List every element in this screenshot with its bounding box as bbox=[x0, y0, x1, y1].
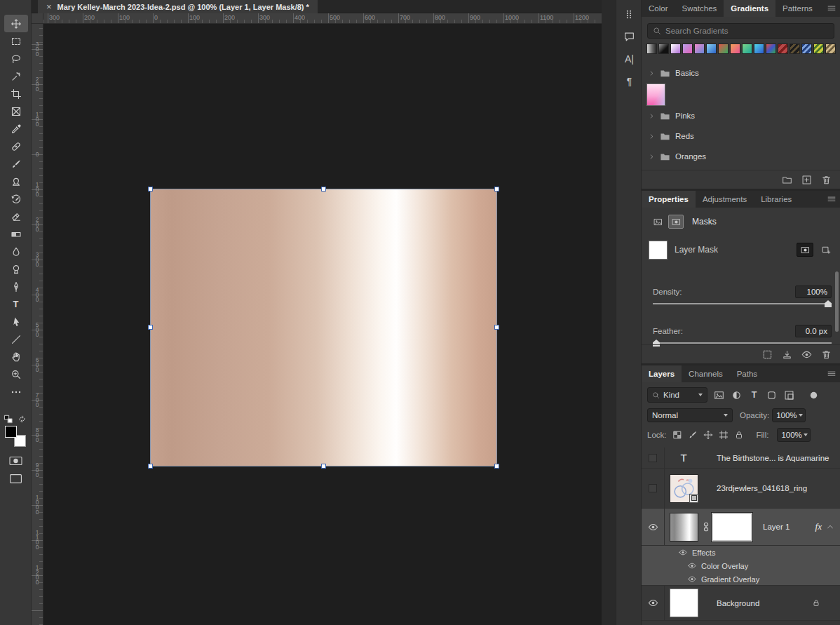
tab-paths[interactable]: Paths bbox=[730, 365, 764, 382]
visibility-cell[interactable] bbox=[642, 509, 665, 545]
gradient-folder-oranges[interactable]: Oranges bbox=[642, 147, 840, 166]
gradient-swatch-red-green[interactable] bbox=[718, 43, 729, 54]
hand-tool[interactable] bbox=[4, 348, 28, 365]
filter-shape-layers-icon[interactable] bbox=[766, 389, 778, 401]
feather-value[interactable]: 0.0 px bbox=[795, 325, 832, 337]
gradient-tool[interactable] bbox=[4, 225, 28, 243]
gradient-swatch-violet-pink[interactable] bbox=[682, 43, 693, 54]
gradient-swatch-green-teal[interactable] bbox=[742, 43, 752, 54]
collapsed-panel-icon[interactable] bbox=[616, 3, 642, 25]
healing-brush-tool[interactable] bbox=[4, 137, 28, 155]
visibility-eye-icon[interactable] bbox=[679, 549, 687, 556]
transform-handle-ne[interactable] bbox=[494, 187, 499, 191]
layer-row-text[interactable]: T The Birthstone... is Aquamarine bbox=[642, 448, 840, 469]
gradient-swatch-cyan-blue[interactable] bbox=[754, 43, 764, 54]
delete-icon[interactable] bbox=[821, 175, 832, 185]
visibility-checkbox-empty[interactable] bbox=[649, 484, 657, 492]
gradient-search-field[interactable] bbox=[647, 23, 834, 39]
path-selection-tool[interactable] bbox=[4, 313, 28, 330]
pen-tool[interactable] bbox=[4, 278, 28, 295]
layer-thumbnail[interactable] bbox=[670, 513, 698, 542]
document-tab[interactable]: × Mary Kelley-March 2023-Idea-2.psd @ 10… bbox=[38, 0, 318, 13]
tab-libraries[interactable]: Libraries bbox=[754, 191, 799, 208]
line-tool[interactable] bbox=[4, 330, 28, 348]
density-slider-track[interactable] bbox=[653, 303, 832, 304]
density-value[interactable]: 100% bbox=[795, 285, 832, 298]
type-tool[interactable]: T bbox=[4, 295, 28, 313]
search-input[interactable] bbox=[665, 27, 829, 35]
toggle-mask-eye-icon[interactable] bbox=[801, 349, 812, 360]
gradient-folder-pinks[interactable]: Pinks bbox=[642, 106, 840, 126]
gradient-swatch-black-diagonal[interactable] bbox=[658, 43, 669, 54]
history-brush-tool[interactable] bbox=[4, 190, 28, 208]
tab-swatches[interactable]: Swatches bbox=[675, 0, 724, 17]
foreground-color-swatch[interactable] bbox=[5, 426, 17, 438]
transform-handle-w[interactable] bbox=[148, 325, 153, 330]
clone-stamp-tool[interactable] bbox=[4, 173, 28, 190]
blend-mode-dropdown[interactable]: Normal bbox=[647, 408, 733, 422]
lock-image-icon[interactable] bbox=[688, 430, 698, 440]
filter-smart-objects-icon[interactable] bbox=[783, 389, 795, 401]
transform-handle-nw[interactable] bbox=[148, 187, 153, 191]
visibility-cell[interactable] bbox=[642, 469, 665, 508]
tab-color[interactable]: Color bbox=[642, 0, 675, 17]
gradient-swatch-orange-pink[interactable] bbox=[730, 43, 740, 54]
density-slider-thumb[interactable] bbox=[825, 300, 832, 307]
lock-artboard-icon[interactable] bbox=[719, 430, 729, 440]
layer-mask-mode-button[interactable] bbox=[668, 215, 684, 229]
quick-mask-button[interactable] bbox=[8, 455, 23, 466]
layer-thumbnail[interactable] bbox=[670, 474, 698, 503]
layer-row-layer1[interactable]: Layer 1 fx bbox=[642, 509, 840, 546]
tab-layers[interactable]: Layers bbox=[642, 365, 682, 382]
layer-row-smart-object[interactable]: 23rdjewlers_041618_ring bbox=[642, 469, 840, 509]
gradient-swatch-green-stripes[interactable] bbox=[813, 43, 824, 54]
gradient-folder-basics[interactable]: Basics bbox=[642, 63, 840, 83]
rectangular-marquee-tool[interactable] bbox=[4, 32, 28, 50]
visibility-eye-icon[interactable] bbox=[688, 563, 696, 569]
layer-filter-toggle[interactable] bbox=[808, 389, 820, 401]
eraser-tool[interactable] bbox=[4, 208, 28, 225]
gradient-swatch-dark-stripes[interactable] bbox=[790, 43, 800, 54]
transform-handle-e[interactable] bbox=[494, 325, 499, 330]
zoom-tool[interactable] bbox=[4, 365, 28, 383]
collapse-effects-icon[interactable] bbox=[826, 523, 834, 531]
horizontal-ruler[interactable]: 3002001000100200300400500600700800900100… bbox=[43, 13, 602, 24]
brush-tool[interactable] bbox=[4, 155, 28, 173]
character-panel-icon[interactable]: A| bbox=[616, 48, 642, 70]
lock-transparency-icon[interactable] bbox=[672, 430, 682, 440]
frame-tool[interactable] bbox=[4, 102, 28, 120]
transform-handle-se[interactable] bbox=[494, 464, 499, 469]
edit-toolbar-ellipsis[interactable] bbox=[4, 383, 28, 401]
fill-dropdown[interactable]: 100% bbox=[777, 428, 811, 442]
filter-pixel-layers-icon[interactable] bbox=[713, 389, 725, 401]
select-mask-button[interactable] bbox=[797, 243, 813, 257]
new-group-folder-icon[interactable] bbox=[782, 175, 792, 185]
crop-tool[interactable] bbox=[4, 85, 28, 102]
selected-gradient-tile[interactable] bbox=[646, 83, 665, 106]
visibility-eye-icon[interactable] bbox=[688, 576, 696, 582]
layer-effects-fx-badge[interactable]: fx bbox=[815, 521, 822, 532]
gradient-layer-object[interactable] bbox=[151, 189, 496, 466]
move-tool[interactable] bbox=[4, 15, 28, 32]
gradient-swatch-blue-stripes[interactable] bbox=[801, 43, 812, 54]
object-selection-tool[interactable] bbox=[4, 67, 28, 85]
canvas[interactable] bbox=[43, 24, 602, 625]
default-colors-icon[interactable] bbox=[4, 415, 13, 424]
lock-position-icon[interactable] bbox=[703, 430, 713, 440]
feather-slider-track[interactable] bbox=[653, 342, 832, 344]
load-selection-icon[interactable] bbox=[762, 349, 773, 360]
screen-mode-button[interactable] bbox=[9, 473, 22, 484]
comments-panel-icon[interactable] bbox=[616, 25, 642, 48]
layer-mask-thumbnail[interactable] bbox=[712, 513, 752, 542]
tab-patterns[interactable]: Patterns bbox=[775, 0, 820, 17]
lock-all-icon[interactable] bbox=[734, 430, 744, 440]
filter-type-layers-icon[interactable]: T bbox=[748, 389, 760, 401]
vertical-ruler[interactable]: 3002001000100200300400500600700800900100… bbox=[32, 24, 43, 625]
transform-handle-sw[interactable] bbox=[148, 464, 153, 469]
swap-colors-icon[interactable] bbox=[18, 415, 27, 424]
layer-mask-thumbnail[interactable] bbox=[649, 241, 668, 260]
add-vector-mask-button[interactable] bbox=[818, 243, 834, 257]
text-layer-thumbnail[interactable]: T bbox=[675, 450, 693, 466]
layer-row-background[interactable]: Background bbox=[642, 586, 840, 621]
gradient-swatch-white-purple[interactable] bbox=[670, 43, 681, 54]
